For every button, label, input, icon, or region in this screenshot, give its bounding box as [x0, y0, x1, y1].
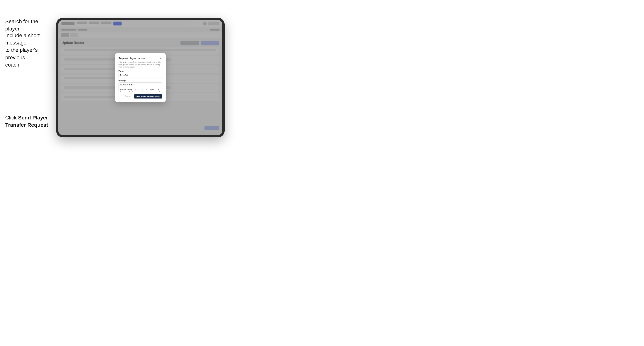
tablet-screen: Update Roster — [58, 20, 222, 135]
player-search-input[interactable] — [118, 73, 162, 78]
annotation-area: Search for the player. Include a short m… — [0, 0, 54, 346]
modal-description: If the player is transferring from anoth… — [118, 61, 162, 68]
message-field-label: Message — [118, 80, 162, 82]
annotation-click-text: Click Send Player Transfer Request — [5, 114, 52, 129]
player-field-label: Player — [118, 70, 162, 72]
modal-header: Request player transfer × — [118, 57, 162, 60]
modal-title: Request player transfer — [118, 57, 146, 60]
message-textarea[interactable]: Hi Coach McHarg, Please accept this tran… — [118, 82, 162, 92]
tablet-device: Update Roster — [56, 18, 225, 137]
modal-overlay: Request player transfer × If the player … — [58, 20, 222, 135]
cancel-button[interactable]: Cancel — [124, 95, 132, 98]
arrow-vertical-bottom-left — [9, 107, 9, 118]
annotation-message-text: Include a short message to the player's … — [5, 32, 52, 68]
modal-footer: Cancel Send Player Transfer Request — [118, 94, 162, 99]
modal-close-button[interactable]: × — [159, 57, 162, 60]
arrow-vertical-top — [9, 46, 9, 72]
request-transfer-modal: Request player transfer × If the player … — [115, 53, 166, 102]
annotation-search-text: Search for the player. — [5, 18, 54, 32]
send-transfer-request-button[interactable]: Send Player Transfer Request — [134, 94, 162, 99]
